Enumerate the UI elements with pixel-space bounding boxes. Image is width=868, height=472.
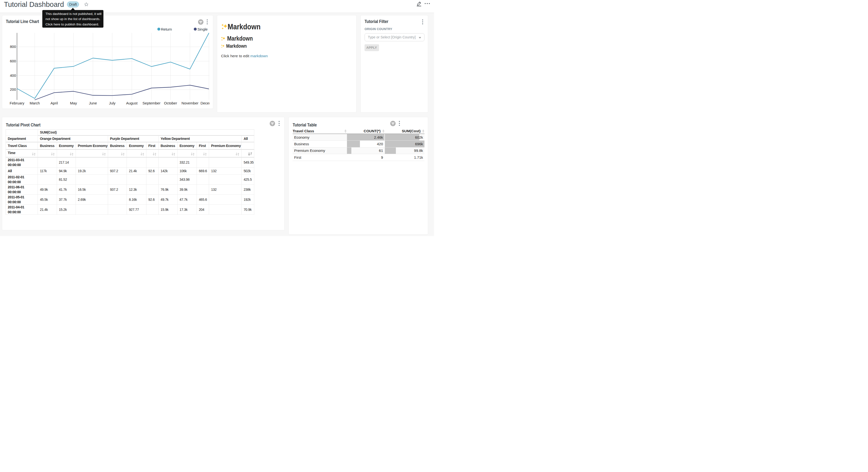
svg-text:December: December — [200, 101, 209, 105]
svg-text:July: July — [109, 101, 115, 105]
svg-text:February: February — [9, 101, 25, 105]
svg-text:June: June — [89, 101, 97, 105]
svg-text:800: 800 — [10, 45, 16, 49]
svg-text:Single: Single — [197, 27, 208, 31]
svg-text:May: May — [70, 101, 77, 105]
svg-text:400: 400 — [10, 73, 16, 78]
svg-text:Return: Return — [161, 27, 172, 31]
svg-text:November: November — [181, 101, 198, 105]
svg-text:April: April — [50, 101, 58, 105]
svg-text:200: 200 — [10, 87, 16, 91]
svg-text:600: 600 — [10, 59, 16, 63]
svg-text:October: October — [164, 101, 177, 105]
svg-text:August: August — [126, 101, 138, 105]
svg-text:September: September — [142, 101, 160, 105]
svg-text:March: March — [30, 101, 40, 105]
